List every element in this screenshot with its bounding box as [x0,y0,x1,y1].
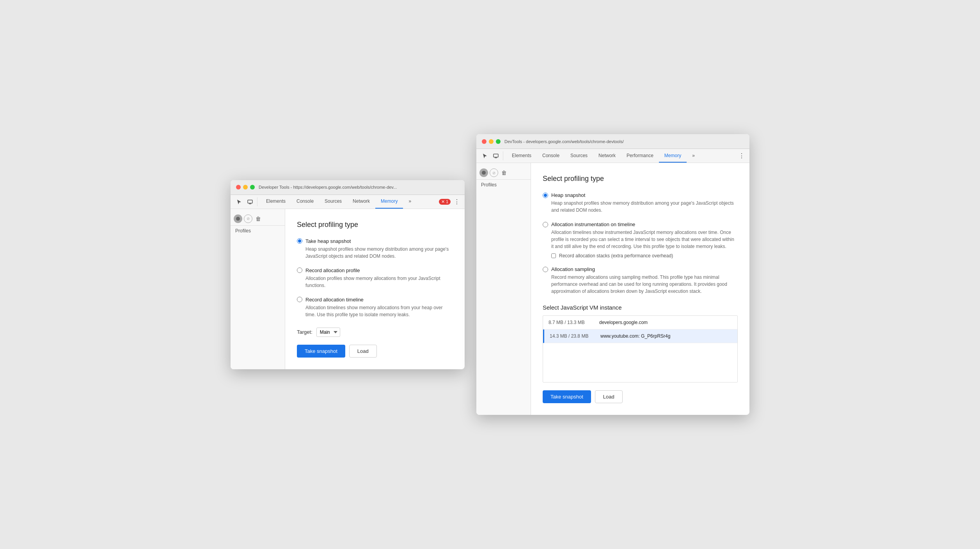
left-sidebar: ⊘ 🗑 Profiles [231,209,285,369]
right-option-heap-snapshot: Heap snapshot Heap snapshot profiles sho… [543,192,738,214]
right-tab-elements[interactable]: Elements [506,149,537,163]
right-trash-button[interactable]: 🗑 [500,169,508,177]
left-take-snapshot-button[interactable]: Take snapshot [297,345,345,358]
left-window-title: Developer Tools - https://developers.goo… [259,185,459,189]
svg-rect-2 [494,154,498,157]
left-record-controls: ⊘ 🗑 [231,212,285,226]
right-heap-snapshot-desc: Heap snapshot profiles show memory distr… [551,200,738,214]
error-x-icon: ✕ [441,199,445,204]
left-heap-snapshot-radio[interactable] [297,238,302,244]
right-tab-sources[interactable]: Sources [565,149,593,163]
left-main-area: ⊘ 🗑 Profiles Select profiling type Take … [231,209,465,369]
left-tab-console[interactable]: Console [291,195,319,209]
right-vm-table: 8.7 MB / 13.3 MB developers.google.com 1… [543,315,738,383]
right-alloc-sampling-label[interactable]: Allocation sampling [543,266,738,272]
left-alloc-profile-label[interactable]: Record allocation profile [297,267,453,273]
right-toolbar: Elements Console Sources Network Perform… [476,149,749,163]
right-tab-memory[interactable]: Memory [659,149,687,163]
right-traffic-lights [482,139,501,144]
left-tab-elements[interactable]: Elements [261,195,291,209]
right-title-bar: DevTools - developers.google.com/web/too… [476,134,749,149]
right-stop-icon: ⊘ [492,171,495,175]
right-alloc-timeline-label[interactable]: Allocation instrumentation on timeline [543,221,738,227]
left-cursor-icon[interactable] [234,195,245,209]
svg-rect-3 [495,158,497,158]
right-section-title: Select profiling type [543,175,738,183]
right-vm-section-title: Select JavaScript VM instance [543,304,738,311]
left-device-icon[interactable] [245,195,256,209]
right-vm-memory-0: 8.7 MB / 13.3 MB [549,320,591,325]
right-stop-button[interactable]: ⊘ [490,168,498,177]
right-record-button[interactable] [479,168,488,177]
left-more-button[interactable]: ⋮ [452,198,462,205]
right-sidebar: ⊘ 🗑 Profiles [476,163,531,415]
left-load-button[interactable]: Load [349,345,377,358]
right-option-alloc-timeline: Allocation instrumentation on timeline A… [543,221,738,259]
left-heap-snapshot-desc: Heap snapshot profiles show memory distr… [305,246,453,260]
right-tabs: Elements Console Sources Network Perform… [506,149,737,163]
right-minimize-button[interactable] [489,139,494,144]
right-more-button[interactable]: ⋮ [737,149,746,163]
left-trash-button[interactable]: 🗑 [254,215,263,223]
right-heap-snapshot-radio[interactable] [543,193,548,198]
right-close-button[interactable] [482,139,486,144]
left-alloc-timeline-desc: Allocation timelines show memory allocat… [305,304,453,318]
left-maximize-button[interactable] [250,185,255,189]
right-alloc-sampling-text: Allocation sampling [551,266,595,272]
svg-rect-0 [248,200,252,203]
left-heap-snapshot-label[interactable]: Take heap snapshot [297,238,453,244]
left-target-select[interactable]: Main [316,328,340,337]
right-alloc-timeline-radio[interactable] [543,222,548,227]
left-tab-sources[interactable]: Sources [319,195,347,209]
right-vm-row-0[interactable]: 8.7 MB / 13.3 MB developers.google.com [543,316,737,329]
right-load-button[interactable]: Load [595,390,623,403]
left-error-badge[interactable]: ✕ 1 [439,199,451,205]
left-alloc-timeline-text: Record allocation timeline [305,297,364,303]
left-alloc-profile-radio[interactable] [297,267,302,273]
left-target-label: Target: [297,329,312,335]
left-toolbar: Elements Console Sources Network Memory … [231,195,465,209]
left-heap-snapshot-text: Take heap snapshot [305,238,351,244]
right-alloc-sampling-radio[interactable] [543,267,548,272]
right-alloc-sampling-desc: Record memory allocations using sampling… [551,274,738,295]
left-alloc-profile-desc: Allocation profiles show memory allocati… [305,275,453,289]
right-cursor-icon[interactable] [479,149,490,163]
right-toolbar-divider [503,151,503,160]
left-stop-icon: ⊘ [247,216,250,221]
right-tab-console[interactable]: Console [537,149,565,163]
right-vm-url-0: developers.google.com [599,320,648,325]
left-close-button[interactable] [236,185,241,189]
right-vm-memory-1: 14.3 MB / 23.8 MB [550,333,593,339]
left-btn-row: Take snapshot Load [297,345,453,358]
left-alloc-timeline-label[interactable]: Record allocation timeline [297,297,453,303]
left-minimize-button[interactable] [243,185,248,189]
right-alloc-timeline-desc: Allocation timelines show instrumented J… [551,229,738,250]
left-traffic-lights [236,185,255,189]
left-tab-more[interactable]: » [403,195,417,209]
left-alloc-timeline-radio[interactable] [297,297,302,302]
right-vm-row-1[interactable]: 14.3 MB / 23.8 MB www.youtube.com: G_P6r… [543,329,737,343]
right-device-icon[interactable] [490,149,501,163]
right-heap-snapshot-label[interactable]: Heap snapshot [543,192,738,198]
left-record-button[interactable] [234,214,242,223]
right-tab-performance[interactable]: Performance [621,149,659,163]
left-option-alloc-timeline: Record allocation timeline Allocation ti… [297,297,453,318]
left-section-title: Select profiling type [297,221,453,229]
right-heap-snapshot-text: Heap snapshot [551,192,585,198]
right-maximize-button[interactable] [496,139,501,144]
right-devtools-window: DevTools - developers.google.com/web/too… [476,134,749,415]
left-option-heap-snapshot: Take heap snapshot Heap snapshot profile… [297,238,453,260]
right-record-dot [482,171,486,175]
right-record-controls: ⊘ 🗑 [476,166,531,180]
right-alloc-stacks-row: Record allocation stacks (extra performa… [551,253,738,259]
right-alloc-stacks-checkbox[interactable] [551,253,556,258]
left-tab-network[interactable]: Network [347,195,375,209]
left-stop-button[interactable]: ⊘ [244,214,252,223]
right-tab-more[interactable]: » [687,149,700,163]
right-alloc-stacks-label: Record allocation stacks (extra performa… [559,253,673,259]
right-take-snapshot-button[interactable]: Take snapshot [543,390,591,403]
right-tab-network[interactable]: Network [593,149,621,163]
right-vm-empty-space [543,343,737,382]
left-option-alloc-profile: Record allocation profile Allocation pro… [297,267,453,289]
left-tab-memory[interactable]: Memory [375,195,403,209]
